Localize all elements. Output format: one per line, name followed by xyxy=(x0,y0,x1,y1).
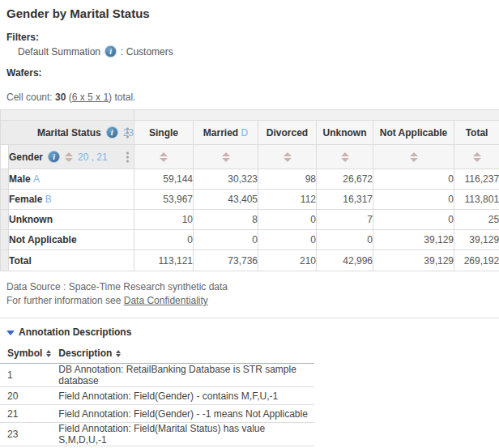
annotation-section-toggle[interactable]: Annotation Descriptions xyxy=(6,326,499,338)
sort-icon[interactable] xyxy=(46,350,51,357)
stub-cell xyxy=(1,190,9,210)
symbol-cell: 20 xyxy=(0,387,51,405)
annotation-header-row: Symbol Description xyxy=(0,345,314,364)
stub-cell xyxy=(1,210,9,230)
symbol-column-label: Symbol xyxy=(7,348,42,359)
row-label[interactable]: Total xyxy=(9,250,134,271)
spacer-cell xyxy=(1,110,134,121)
data-source-text: Data Source : Space-Time Research synthe… xyxy=(6,280,499,294)
sort-icon[interactable] xyxy=(65,152,73,162)
data-cell: 112 xyxy=(258,190,317,210)
page-title: Gender by Marital Status xyxy=(6,6,499,20)
column-header-unknown[interactable]: Unknown xyxy=(317,121,373,145)
sort-icon[interactable] xyxy=(410,152,418,162)
column-header-label: Married xyxy=(203,127,238,139)
data-confidentiality-link[interactable]: Data Confidentiality xyxy=(124,295,208,306)
annotation-ref: D xyxy=(241,127,249,139)
row-label[interactable]: Male A xyxy=(9,169,134,190)
sort-icon[interactable] xyxy=(341,152,349,162)
crosstab-table: Marital Status 23 Single Married D Divor… xyxy=(0,109,499,271)
row-dimension-header[interactable]: Marital Status 23 xyxy=(1,121,134,145)
data-cell: 0 xyxy=(317,230,373,250)
data-cell: 39,129 xyxy=(373,250,454,271)
page: Gender by Marital Status Filters: Defaul… xyxy=(0,0,499,448)
column-header-single[interactable]: Single xyxy=(134,121,194,145)
sort-cell-single[interactable] xyxy=(134,145,194,169)
row-label[interactable]: Unknown xyxy=(9,210,134,230)
column-header-not-applicable[interactable]: Not Applicable xyxy=(373,121,454,145)
description-cell: DB Annotation: RetailBanking Database is… xyxy=(51,364,314,387)
data-cell: 7 xyxy=(317,210,373,230)
data-cell: 10 xyxy=(134,210,194,230)
symbol-cell: 1 xyxy=(0,364,51,387)
stub-cell xyxy=(1,145,9,169)
annotation-row: 21 Field Annotation: Field(Gender) - -1 … xyxy=(0,405,314,423)
data-cell: 42,996 xyxy=(317,250,373,271)
column-header-row: Marital Status 23 Single Married D Divor… xyxy=(1,121,499,145)
cell-count-paren-close: ) total. xyxy=(109,92,135,103)
row-label-text: Male xyxy=(9,173,31,185)
description-column-label: Description xyxy=(58,348,112,359)
table-row-female: Female B 53,967 43,405 112 16,317 0 113,… xyxy=(1,190,499,210)
symbol-column-header[interactable]: Symbol xyxy=(0,345,51,364)
filter-item-label: Default Summation xyxy=(18,46,100,58)
stub-cell xyxy=(1,250,9,271)
col-dimension-header[interactable]: Gender 20 , 21 xyxy=(9,145,134,169)
row-label[interactable]: Female B xyxy=(9,190,134,210)
column-header-married[interactable]: Married D xyxy=(194,121,258,145)
sort-icon[interactable] xyxy=(160,152,168,162)
options-icon[interactable] xyxy=(125,126,130,139)
column-header-label: Not Applicable xyxy=(380,127,448,139)
data-cell: 113,801 xyxy=(454,190,499,210)
sort-cell-unknown[interactable] xyxy=(317,145,373,169)
wafers-heading: Wafers: xyxy=(6,67,499,79)
sort-icon[interactable] xyxy=(116,350,121,357)
info-icon[interactable] xyxy=(48,151,60,163)
row-label-text: Total xyxy=(9,255,32,267)
column-header-divorced[interactable]: Divorced xyxy=(258,121,317,145)
cell-count: Cell count: 30 (6 x 5 x 1) total. xyxy=(6,92,499,103)
data-cell: 43,405 xyxy=(194,190,258,210)
data-cell: 98 xyxy=(258,169,317,190)
sub-dimension-row: Gender 20 , 21 xyxy=(1,145,499,169)
cell-count-link[interactable]: 6 x 5 x 1 xyxy=(72,92,109,103)
data-cell: 0 xyxy=(258,230,317,250)
row-label[interactable]: Not Applicable xyxy=(9,230,134,250)
data-cell: 116,237 xyxy=(454,169,499,190)
annotation-table: Symbol Description 1 DB Annotation: Reta… xyxy=(0,345,314,448)
description-cell: Field Annotation: Field(Gender) - contai… xyxy=(51,387,314,405)
confidentiality-prefix: For further information see xyxy=(6,295,121,306)
data-cell: 0 xyxy=(134,230,194,250)
column-header-label: Total xyxy=(466,127,488,139)
data-cell: 0 xyxy=(373,190,454,210)
sort-icon[interactable] xyxy=(473,152,481,162)
description-column-header[interactable]: Description xyxy=(51,345,314,364)
cell-count-value: 30 xyxy=(55,92,66,103)
column-header-label: Unknown xyxy=(323,127,367,139)
symbol-cell: 23 xyxy=(0,423,51,446)
column-header-label: Divorced xyxy=(267,127,308,139)
annotation-ref: 20 , 21 xyxy=(78,151,108,163)
table-row-not-applicable: Not Applicable 0 0 0 0 39,129 39,129 xyxy=(1,230,499,250)
annotation-ref: A xyxy=(33,173,40,185)
sort-cell-divorced[interactable] xyxy=(258,145,317,169)
sort-cell-not-applicable[interactable] xyxy=(373,145,454,169)
annotation-row: 20 Field Annotation: Field(Gender) - con… xyxy=(0,387,314,405)
column-header-total[interactable]: Total xyxy=(454,121,499,145)
info-icon[interactable] xyxy=(106,126,118,139)
description-cell: Field Annotation: Field(Gender) - -1 mea… xyxy=(51,405,314,423)
sort-cell-married[interactable] xyxy=(194,145,258,169)
options-icon[interactable] xyxy=(125,150,130,164)
table-top-spacer-row xyxy=(1,110,499,121)
data-cell: 39,129 xyxy=(373,230,454,250)
sort-icon[interactable] xyxy=(284,152,292,162)
collapse-icon[interactable] xyxy=(6,331,15,335)
row-label-text: Unknown xyxy=(9,214,53,225)
data-cell: 210 xyxy=(258,250,317,271)
info-icon[interactable] xyxy=(104,45,117,58)
stub-cell xyxy=(1,169,9,190)
stub-cell xyxy=(1,230,9,250)
sort-cell-total[interactable] xyxy=(454,145,499,169)
row-dimension-label: Marital Status xyxy=(37,127,101,139)
sort-icon[interactable] xyxy=(222,152,230,162)
